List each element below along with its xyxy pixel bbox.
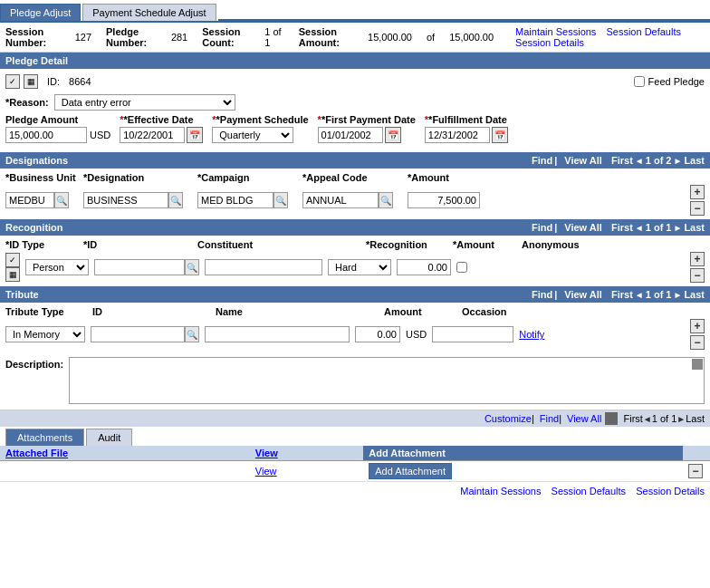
floppy-icon[interactable]: ▦ bbox=[24, 74, 38, 89]
desig-desig-search-btn[interactable]: 🔍 bbox=[168, 192, 183, 208]
attach-col-actions bbox=[683, 446, 710, 461]
recog-remove-btn[interactable]: − bbox=[690, 268, 705, 283]
recog-add-btn[interactable]: + bbox=[690, 252, 705, 266]
recog-col-idtype: *ID Type bbox=[5, 239, 78, 250]
tab-audit[interactable]: Audit bbox=[86, 429, 132, 446]
tribute-first-label: First bbox=[611, 289, 633, 300]
tabs-bar: Pledge Adjust Payment Schedule Adjust bbox=[0, 0, 710, 23]
effective-date-input[interactable] bbox=[120, 127, 185, 143]
tribute-occasion-input[interactable] bbox=[432, 326, 513, 342]
attach-prev-arrow[interactable]: ◄ bbox=[643, 414, 652, 424]
tribute-add-btn[interactable]: + bbox=[690, 319, 705, 333]
session-bar: Session Number: 127 Pledge Number: 281 S… bbox=[0, 23, 710, 53]
recog-id-search-btn[interactable]: 🔍 bbox=[185, 259, 199, 275]
pledge-fields-row: Pledge Amount USD *Effective Date 📅 *Pay… bbox=[5, 114, 705, 143]
tribute-id-input[interactable] bbox=[91, 326, 185, 342]
payment-schedule-select[interactable]: Quarterly Monthly Annual bbox=[212, 127, 293, 143]
designations-header: Designations Find | View All First ◄ 1 o… bbox=[0, 152, 710, 169]
add-attachment-button[interactable]: Add Attachment bbox=[369, 463, 452, 479]
recog-prev-arrow[interactable]: ◄ bbox=[635, 223, 644, 233]
session-amount-value: 15,000.00 bbox=[368, 32, 412, 43]
effective-date-calendar-icon[interactable]: 📅 bbox=[187, 127, 203, 143]
checkbox-icon[interactable]: ✓ bbox=[5, 74, 20, 89]
attach-file-link[interactable]: Attached File bbox=[5, 448, 68, 458]
recog-row-icons: ✓ ▦ bbox=[5, 253, 20, 282]
recognition-view-all-link[interactable]: View All bbox=[564, 222, 602, 233]
session-details-link-bottom[interactable]: Session Details bbox=[636, 486, 705, 496]
designations-view-all-link[interactable]: View All bbox=[564, 155, 602, 166]
tab-pledge-adjust[interactable]: Pledge Adjust bbox=[0, 4, 81, 21]
recog-id-input[interactable] bbox=[94, 259, 185, 275]
tribute-amount-input[interactable] bbox=[355, 326, 400, 342]
recog-idtype-select[interactable]: Person Organization bbox=[25, 259, 89, 275]
attach-table-head: Attached File View Add Attachment bbox=[0, 446, 710, 461]
tribute-name-input[interactable] bbox=[205, 326, 350, 342]
tribute-id-group: 🔍 bbox=[91, 326, 199, 342]
desig-add-btn[interactable]: + bbox=[690, 185, 705, 199]
tribute-remove-btn[interactable]: − bbox=[690, 335, 705, 350]
desig-remove-btn[interactable]: − bbox=[690, 201, 705, 216]
tab-attachments[interactable]: Attachments bbox=[5, 429, 84, 446]
attach-remove-btn[interactable]: − bbox=[688, 464, 703, 478]
pledge-amount-currency: USD bbox=[90, 130, 110, 140]
attach-next-arrow[interactable]: ► bbox=[676, 414, 686, 424]
recog-amount-input[interactable] bbox=[397, 259, 451, 275]
session-defaults-link-bottom[interactable]: Session Defaults bbox=[552, 486, 627, 496]
maintain-sessions-link-bottom[interactable]: Maintain Sessions bbox=[460, 486, 541, 496]
tribute-view-all-link[interactable]: View All bbox=[564, 289, 602, 300]
pledge-amount-input[interactable] bbox=[5, 127, 87, 143]
desig-amount-input[interactable] bbox=[408, 192, 480, 208]
designations-find-link[interactable]: Find bbox=[532, 155, 552, 166]
tribute-next-arrow[interactable]: ► bbox=[673, 290, 682, 300]
fulfillment-date-input[interactable] bbox=[425, 127, 490, 143]
attachments-table: Attached File View Add Attachment View A… bbox=[0, 446, 710, 482]
session-links: Maintain Sessions Session Defaults Sessi… bbox=[508, 26, 705, 48]
desig-header-row: *Business Unit *Designation *Campaign *A… bbox=[5, 172, 705, 183]
pledge-number-label: Pledge Number: bbox=[106, 26, 166, 48]
reason-select[interactable]: Data entry error Other bbox=[54, 94, 235, 111]
recog-col-recognition: *Recognition bbox=[366, 239, 447, 250]
desig-next-arrow[interactable]: ► bbox=[673, 156, 682, 166]
feed-pledge-checkbox[interactable] bbox=[634, 76, 645, 87]
description-label: Description: bbox=[5, 357, 63, 370]
attachments-view-all-link[interactable]: View All bbox=[567, 413, 601, 424]
recog-recognition-select[interactable]: Hard Soft bbox=[328, 259, 391, 275]
desig-appeal-search-btn[interactable]: 🔍 bbox=[379, 192, 393, 208]
description-expand-icon[interactable] bbox=[692, 359, 703, 370]
desig-appeal-input[interactable] bbox=[302, 192, 379, 208]
recog-floppy-icon[interactable]: ▦ bbox=[5, 267, 20, 282]
attachments-find-link[interactable]: Find bbox=[540, 413, 559, 424]
desig-bu-search-btn[interactable]: 🔍 bbox=[54, 192, 69, 208]
recognition-find-link[interactable]: Find bbox=[532, 222, 552, 233]
attach-nav-info: 1 of 1 bbox=[652, 413, 677, 424]
maintain-sessions-link-top[interactable]: Maintain Sessions bbox=[515, 26, 596, 37]
session-details-link-top[interactable]: Session Details bbox=[515, 37, 584, 48]
desig-bu-input[interactable] bbox=[5, 192, 54, 208]
attach-view-link[interactable]: View bbox=[255, 448, 278, 458]
desig-campaign-search-btn[interactable]: 🔍 bbox=[273, 192, 288, 208]
attachments-customize-link[interactable]: Customize bbox=[485, 413, 532, 424]
recog-anon-checkbox[interactable] bbox=[456, 262, 467, 273]
first-payment-date-calendar-icon[interactable]: 📅 bbox=[385, 127, 401, 143]
tribute-id-search-btn[interactable]: 🔍 bbox=[185, 326, 199, 342]
recognition-nav: Find | View All First ◄ 1 of 1 ► Last bbox=[526, 222, 705, 233]
tribute-find-link[interactable]: Find bbox=[532, 289, 552, 300]
attach-view-value[interactable]: View bbox=[255, 466, 277, 477]
tribute-notify-link[interactable]: Notify bbox=[519, 329, 544, 340]
tribute-prev-arrow[interactable]: ◄ bbox=[635, 290, 644, 300]
recog-next-arrow[interactable]: ► bbox=[673, 223, 682, 233]
desig-campaign-input[interactable] bbox=[197, 192, 273, 208]
tribute-sep1: | bbox=[554, 289, 557, 300]
designations-title: Designations bbox=[5, 155, 68, 166]
session-defaults-link-top[interactable]: Session Defaults bbox=[606, 26, 681, 37]
first-payment-date-input[interactable] bbox=[318, 127, 383, 143]
recog-checkbox-icon[interactable]: ✓ bbox=[5, 253, 20, 267]
recog-constituent-input[interactable] bbox=[205, 259, 322, 275]
desig-desig-input[interactable] bbox=[83, 192, 168, 208]
attach-grid-icon[interactable] bbox=[605, 412, 618, 425]
description-textarea[interactable] bbox=[69, 357, 705, 404]
tribute-type-select[interactable]: In Memory In Honor bbox=[5, 326, 85, 342]
tab-payment-schedule-adjust[interactable]: Payment Schedule Adjust bbox=[82, 4, 216, 21]
fulfillment-date-calendar-icon[interactable]: 📅 bbox=[492, 127, 508, 143]
desig-prev-arrow[interactable]: ◄ bbox=[635, 156, 644, 166]
